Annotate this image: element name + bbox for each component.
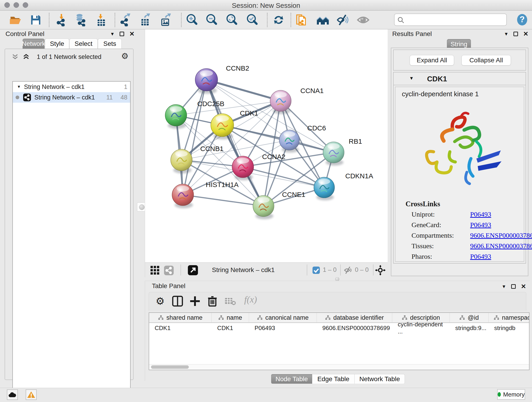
table-cell[interactable]: cyclin-dependent ... [398,323,449,332]
table-cell[interactable]: P06493 [254,323,316,332]
zoom-fit-icon [225,13,238,26]
export-image-icon [159,13,172,26]
tab-edge-table[interactable]: Edge Table [312,374,355,384]
network-edge[interactable] [183,80,206,195]
tab-style[interactable]: Style [45,38,69,49]
help-button[interactable]: ? [516,13,528,26]
float-panel-icon[interactable] [513,32,518,36]
share-view-icon[interactable] [164,265,174,275]
memory-button[interactable]: Memory [497,389,525,400]
crosslink-link[interactable]: P06493 [470,253,491,260]
save-session-button[interactable] [29,13,42,26]
close-panel-icon[interactable]: ✕ [521,283,526,290]
delete-table-icon[interactable] [225,295,236,307]
collapse-panel-icon[interactable]: ▼ [502,284,506,289]
network-row[interactable]: String Network – cdk1 11 48 [13,92,130,103]
float-panel-icon[interactable] [511,284,516,289]
crosslink-link[interactable]: P06493 [470,211,491,218]
hidden-node-edge-counts: 0 – 0 [355,266,369,274]
toolbar-separator [181,13,182,27]
network-node-CCNA1[interactable]: CCNA1 [270,87,324,114]
table-cell[interactable]: 9606.ENSP00000378699 [322,323,391,332]
network-node-CDKN1A[interactable]: CDKN1A [314,172,373,200]
show-graphics-button[interactable] [357,13,370,26]
network-collection-row[interactable]: ▼ String Network – cdk1 1 [13,82,130,92]
zoom-fit-button[interactable] [225,13,238,26]
network-node-CCNE1[interactable]: CCNE1 [253,191,305,219]
table-cell[interactable]: stringdb:9... [455,323,488,332]
gene-entry-header[interactable]: ▼ CDK1 [394,72,526,85]
column-header-canonical-name[interactable]: canonical name [249,313,317,323]
houses-button[interactable] [317,13,329,26]
tab-network-table[interactable]: Network Table [355,374,405,384]
network-node-RB1[interactable]: RB1 [323,138,362,166]
collapse-all-button[interactable]: Collapse All [462,55,511,65]
column-header-label: @id [468,314,479,321]
warnings-button[interactable] [26,389,37,400]
tab-node-table[interactable]: Node Table [271,374,312,384]
collapse-panel-icon[interactable]: ▼ [110,32,115,37]
crosslink-link[interactable]: 9606.ENSP00000378699 [470,242,532,250]
delete-column-trash-icon[interactable] [207,295,218,307]
table-cell[interactable]: CDK1 [217,323,248,332]
column-header-namespace[interactable]: namespace [489,313,530,323]
node-gloss [318,179,330,184]
zoom-in-button[interactable] [186,13,198,26]
function-builder-icon[interactable]: f(x) [244,294,257,305]
tab-network[interactable]: Network [22,38,45,49]
control-panel-title: Control Panel [6,30,44,38]
table-settings-gear-icon[interactable]: ⚙ [154,295,166,307]
network-edge[interactable] [183,195,264,206]
open-session-button[interactable] [9,13,22,26]
column-header-name[interactable]: name [212,313,249,323]
export-network-button[interactable] [119,13,132,26]
grid-view-icon[interactable] [150,265,160,275]
expand-all-button[interactable]: Expand All [410,55,454,65]
add-column-icon[interactable] [189,295,201,307]
network-edge[interactable] [206,80,281,101]
duplicate-network-button[interactable] [295,13,308,26]
scrollbar-thumb[interactable] [151,365,189,369]
detach-view-icon[interactable] [188,265,198,275]
network-options-gear-icon[interactable]: ⚙ [121,51,128,61]
network-view-canvas[interactable]: CCNB2CCNA1CDC25BCDK1CDC6RB1CCNB1CCNA2CDK… [145,29,388,262]
column-header--id[interactable]: @id [450,313,489,323]
import-table-button[interactable] [95,13,108,26]
import-network-button[interactable] [55,13,68,26]
toolbar-separator [291,13,291,27]
search-field[interactable] [394,13,507,26]
selected-checkbox-icon[interactable] [312,266,320,274]
refresh-layout-button[interactable] [272,13,285,26]
crosslink-link[interactable]: P06493 [470,221,491,229]
pan-crosshair-icon[interactable] [375,265,386,275]
crosslink-link[interactable]: 9606.ENSP00000378699 [470,231,532,239]
cloud-button[interactable] [7,389,18,400]
close-panel-icon[interactable]: ✕ [129,30,134,38]
node-gloss [237,158,249,163]
string-results-body: Expand All Collapse All ▼ CDK1 cyclin-de… [391,48,528,276]
float-panel-icon[interactable] [120,32,124,36]
search-input[interactable] [407,15,504,25]
close-panel-icon[interactable]: ✕ [523,30,528,38]
tab-sets[interactable]: Sets [98,38,122,49]
entry-caret-icon[interactable]: ▼ [409,76,414,81]
export-table-button[interactable] [139,13,152,26]
table-cell[interactable]: CDK1 [155,323,211,332]
collapse-panel-icon[interactable]: ▼ [504,32,509,37]
column-header-database-identifier[interactable]: database identifier [317,313,392,323]
tab-select[interactable]: Select [70,38,98,49]
table-cell[interactable]: stringdb [494,323,530,332]
main-toolbar: ? [0,11,532,29]
export-image-button[interactable] [159,13,172,26]
node-label: CDKN1A [345,172,373,180]
tree-caret-icon[interactable]: ▼ [17,85,21,89]
zoom-selected-button[interactable] [246,13,259,26]
show-columns-icon[interactable] [172,295,183,307]
network-edge[interactable] [243,153,334,167]
table-horizontal-scrollbar[interactable] [149,364,529,370]
column-header-shared-name[interactable]: shared name [149,313,212,323]
control-panel: Control Panel ▼ ✕ NetworkStyleSelectSets… [2,29,136,381]
hide-graphics-button[interactable] [336,13,349,26]
import-database-button[interactable] [75,13,87,26]
zoom-out-button[interactable] [205,13,218,26]
